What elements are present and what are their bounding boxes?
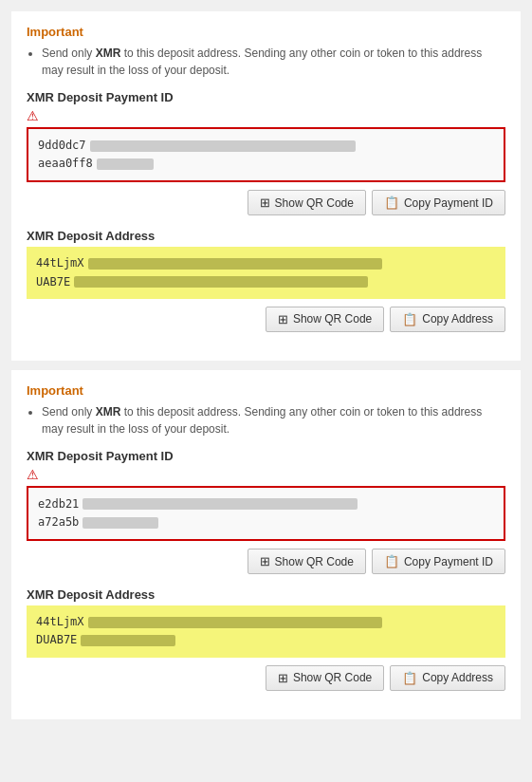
important-text: Send only XMR to this deposit address. S…: [27, 45, 505, 79]
copy-payment-id-button[interactable]: 📋 Copy Payment ID: [372, 549, 505, 574]
copy-icon: 📋: [384, 196, 399, 210]
address-blurred-2: [81, 635, 175, 646]
copy-address-icon: 📋: [402, 671, 417, 685]
address-line2-text: UAB7E: [36, 273, 70, 291]
payment-id-label: XMR Deposit Payment ID: [27, 90, 505, 104]
address-line1-text: 44tLjmX: [36, 613, 84, 631]
show-qr-address-label: Show QR Code: [293, 312, 372, 326]
payment-id-blurred-1: [83, 498, 358, 510]
show-qr-label: Show QR Code: [275, 196, 354, 210]
qr-icon: ⊞: [260, 554, 270, 568]
warning-icon: ⚠: [27, 108, 505, 123]
payment-id-buttons: ⊞ Show QR Code 📋 Copy Payment ID: [27, 549, 505, 574]
qr-icon: ⊞: [260, 196, 270, 210]
copy-address-button[interactable]: 📋 Copy Address: [390, 665, 505, 691]
deposit-section-2: Important Send only XMR to this deposit …: [11, 370, 521, 719]
qr-icon-address: ⊞: [278, 312, 288, 326]
payment-id-line2-text: aeaa0ff8: [38, 155, 93, 173]
copy-payment-label: Copy Payment ID: [404, 196, 493, 210]
copy-address-label: Copy Address: [422, 671, 493, 684]
show-qr-address-label: Show QR Code: [293, 671, 372, 684]
address-label: XMR Deposit Address: [27, 229, 505, 243]
show-qr-label: Show QR Code: [275, 555, 354, 568]
payment-id-label: XMR Deposit Payment ID: [27, 449, 505, 463]
important-header: Important: [27, 383, 505, 398]
address-line1-text: 44tLjmX: [36, 254, 84, 272]
payment-id-line1-text: e2db21: [38, 495, 79, 513]
address-buttons: ⊞ Show QR Code 📋 Copy Address: [27, 665, 505, 691]
warning-icon: ⚠: [27, 467, 505, 482]
address-line2-text: DUAB7E: [36, 631, 77, 649]
qr-icon-address: ⊞: [278, 671, 288, 685]
address-blurred-2: [74, 276, 368, 288]
address-buttons: ⊞ Show QR Code 📋 Copy Address: [27, 307, 505, 332]
payment-id-buttons: ⊞ Show QR Code 📋 Copy Payment ID: [27, 190, 505, 215]
show-qr-code-address-button[interactable]: ⊞ Show QR Code: [266, 307, 384, 332]
show-qr-code-button[interactable]: ⊞ Show QR Code: [248, 190, 366, 215]
important-header: Important: [27, 25, 505, 39]
show-qr-code-button[interactable]: ⊞ Show QR Code: [248, 549, 366, 574]
copy-address-button[interactable]: 📋 Copy Address: [390, 307, 505, 332]
copy-payment-id-button[interactable]: 📋 Copy Payment ID: [372, 190, 505, 215]
address-blurred-1: [88, 258, 382, 270]
address-label: XMR Deposit Address: [27, 587, 505, 602]
copy-address-label: Copy Address: [422, 312, 493, 326]
payment-id-box: 9dd0dc7 aeaa0ff8: [27, 127, 505, 182]
address-blurred-1: [88, 617, 382, 628]
deposit-section-1: Important Send only XMR to this deposit …: [11, 11, 521, 361]
important-text: Send only XMR to this deposit address. S…: [27, 403, 505, 438]
copy-address-icon: 📋: [402, 312, 417, 326]
payment-id-line2-text: a72a5b: [38, 513, 79, 531]
payment-id-blurred-1: [90, 140, 356, 152]
show-qr-code-address-button[interactable]: ⊞ Show QR Code: [266, 665, 384, 691]
copy-icon: 📋: [384, 554, 399, 568]
payment-id-line1-text: 9dd0dc7: [38, 137, 86, 155]
payment-id-blurred-2: [83, 517, 158, 529]
payment-id-box: e2db21 a72a5b: [27, 486, 505, 541]
address-box: 44tLjmX UAB7E: [27, 247, 505, 298]
payment-id-blurred-2: [97, 158, 154, 170]
address-box: 44tLjmX DUAB7E: [27, 605, 505, 657]
copy-payment-label: Copy Payment ID: [404, 555, 493, 568]
